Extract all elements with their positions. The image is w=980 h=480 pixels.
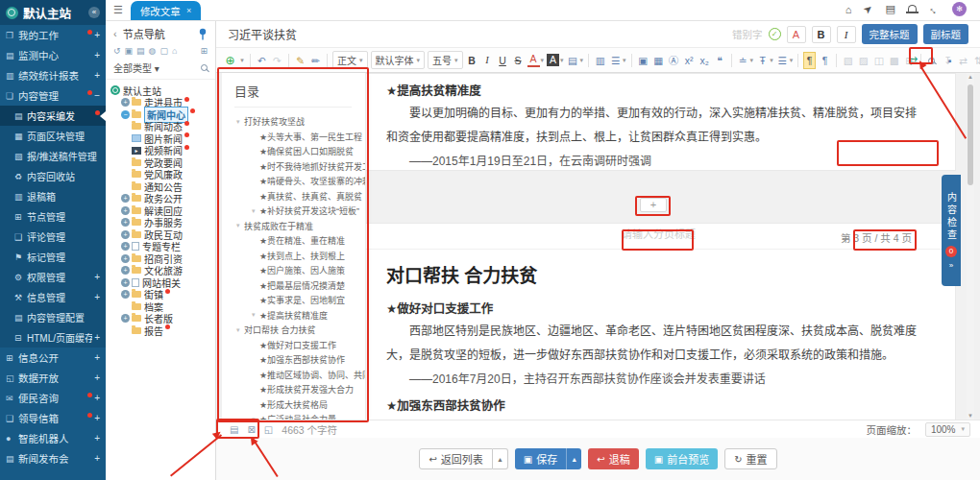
sidebar-item-信息管理[interactable]: ⚒信息管理+ xyxy=(0,287,106,307)
toolbar-icon-12[interactable]: B xyxy=(466,53,478,68)
send-icon[interactable]: ➤ xyxy=(861,2,875,17)
tree-tool-icon-1[interactable]: ▣ xyxy=(125,46,134,56)
vertical-scrollbar[interactable]: ▲ ▼ xyxy=(967,73,974,420)
expand-icon[interactable]: + xyxy=(121,98,130,107)
search-icon[interactable] xyxy=(928,58,935,64)
sidebar-item-节点管理[interactable]: ⊞节点管理 xyxy=(0,206,106,227)
sidebar-item-权限管理[interactable]: ⚙权限管理+ xyxy=(0,267,106,287)
reject-button[interactable]: ↩退稿 xyxy=(588,448,638,469)
sidebar-item-内容采编发[interactable]: ▤内容采编发 xyxy=(0,106,106,126)
toc-item[interactable]: ★贵在精准、重在精准 xyxy=(234,233,365,249)
page-zoom-select[interactable]: 100% xyxy=(925,422,970,437)
expand-icon[interactable]: + xyxy=(121,278,130,287)
toc-item[interactable]: ★推动区域协调、协同、共同发展 xyxy=(234,368,365,383)
scrollbar-thumb[interactable] xyxy=(968,84,973,185)
toolbar-icon-20[interactable]: ▥ xyxy=(594,53,606,68)
highlighted-import-icon[interactable]: ⇄ xyxy=(907,53,919,68)
tab-close-icon[interactable]: × xyxy=(186,6,191,15)
tree-tool-icon-5[interactable]: ⌂ xyxy=(172,46,177,56)
toolbar-icon-38[interactable]: ▨ xyxy=(857,53,870,68)
expand-icon[interactable]: + xyxy=(121,194,130,203)
toolbar-icon-0[interactable]: ⊕ xyxy=(224,53,236,68)
sidebar-item-退稿箱[interactable]: ▥退稿箱 xyxy=(0,186,106,206)
reset-button[interactable]: ↻重置 xyxy=(724,448,776,469)
toc-item[interactable]: ★把最基层情况摸清楚 xyxy=(234,278,365,294)
toc-item[interactable]: ▾★提高扶贫精准度 xyxy=(234,308,365,324)
title-italic-button[interactable]: I xyxy=(837,26,856,43)
toc-item[interactable]: ▾对口帮扶 合力扶贫 xyxy=(234,323,365,338)
article-title-input[interactable] xyxy=(228,28,726,41)
back-chevron-icon[interactable]: ‹ xyxy=(113,28,117,39)
sidebar-item-内容回收站[interactable]: ♻内容回收站 xyxy=(0,166,106,186)
expand-icon[interactable]: + xyxy=(121,314,130,323)
toc-toggle-icon[interactable]: ▤ xyxy=(230,424,238,435)
sidebar-item-报/推送稿件管理[interactable]: ▧报/推送稿件管理 xyxy=(0,146,106,166)
save-dropdown-caret[interactable]: ▲ xyxy=(566,448,581,469)
type-filter-dropdown[interactable]: 全部类型 ▾ xyxy=(113,60,201,75)
toolbar-dropdown-icon[interactable]: ▤ xyxy=(567,53,584,68)
toc-item[interactable]: ★因户施策、因人施策 xyxy=(234,263,365,278)
toolbar-icon-1[interactable]: ▾ xyxy=(239,53,245,68)
toolbar-icon-27[interactable]: x₂ xyxy=(698,53,711,68)
add-section-button[interactable]: + xyxy=(640,198,667,212)
spellcheck-ok-icon[interactable]: ✓ xyxy=(769,28,781,40)
toolbar-dropdown-icon[interactable]: A xyxy=(527,53,545,67)
toc-item[interactable]: ★真扶贫、扶真贫、真脱贫 xyxy=(234,189,365,204)
toolbar-icon-25[interactable]: Ⓐ xyxy=(668,53,680,68)
title-bold-button[interactable]: B xyxy=(812,26,831,43)
sidebar-item-数据开放[interactable]: ◱数据开放+ xyxy=(0,368,106,388)
preview-button[interactable]: ▣前台预览 xyxy=(646,448,718,469)
sidebar-item-内容管理[interactable]: ❏内容管理− xyxy=(0,85,106,106)
toolbar-dropdown-icon[interactable]: ☰ xyxy=(776,53,794,68)
expand-panel-icon[interactable]: ⊞ xyxy=(200,46,208,56)
back-dropdown-caret[interactable]: ▲ xyxy=(493,448,508,469)
toolbar-dropdown-icon[interactable]: ≐ xyxy=(737,53,754,68)
expand-icon[interactable]: + xyxy=(121,254,130,263)
toolbar-dropdown-icon[interactable]: ☰ xyxy=(609,53,626,68)
full-title-button[interactable]: 完整标题 xyxy=(862,24,918,44)
notification-bell-icon[interactable] xyxy=(908,5,917,12)
sidebar-item-领导信箱[interactable]: ❑领导信箱+ xyxy=(0,408,106,428)
toolbar-icon-39[interactable]: ◫ xyxy=(872,53,885,68)
toolbar-icon-4[interactable]: ↷ xyxy=(271,53,283,68)
sidebar-item-评论管理[interactable]: ❑评论管理 xyxy=(0,227,106,247)
page-title-input[interactable] xyxy=(622,228,727,240)
toc-item[interactable]: ★做好对口支援工作 xyxy=(234,338,365,353)
title-color-button[interactable]: A xyxy=(787,26,806,43)
toc-item[interactable]: ★扶到点上、扶到根上 xyxy=(234,249,365,264)
toolbar-icon-35[interactable]: ¶ xyxy=(819,53,831,68)
sidebar-item-我的工作[interactable]: ❐我的工作+ xyxy=(0,25,106,45)
sidebar-item-HTML/页面缓存生成[interactable]: ⊟HTML/页面缓存生成+ xyxy=(0,327,106,348)
tree-tool-icon-0[interactable]: ↺ xyxy=(113,46,121,56)
expand-icon[interactable]: + xyxy=(121,206,130,215)
expand-icon[interactable]: + xyxy=(121,230,130,239)
toc-item[interactable]: ★实事求是、因地制宜 xyxy=(234,293,365,308)
collapse-icon[interactable]: − xyxy=(121,110,130,119)
scroll-down-icon[interactable]: ▼ xyxy=(967,413,974,419)
tree-node-报告[interactable]: 报告 xyxy=(106,324,215,337)
content-check-tab[interactable]: 内容检查 0 » xyxy=(942,175,961,286)
toolbar-icon-45[interactable]: ⇄ xyxy=(957,53,969,68)
tree-tool-icon-4[interactable]: ▢ xyxy=(159,46,168,56)
toolbar-dropdown-正文[interactable]: 正文 xyxy=(332,51,368,69)
toc-item[interactable]: ★形成扶贫开发强大合力 xyxy=(234,382,365,397)
toolbar-icon-24[interactable]: ▦ xyxy=(652,53,665,68)
toc-item[interactable]: ★啃硬骨头、攻坚拔寨的冲刺期 xyxy=(234,174,365,189)
expand-icon[interactable]: + xyxy=(121,242,130,251)
toolbar-icon-26[interactable]: x² xyxy=(683,53,696,68)
home-icon[interactable]: ⌂ xyxy=(845,4,852,15)
subtitle-button[interactable]: 副标题 xyxy=(923,24,969,44)
toolbar-icon-3[interactable]: ↶ xyxy=(256,53,268,68)
toolbar-icon-28[interactable]: ❝ xyxy=(714,53,726,68)
toc-item[interactable]: ★头等大事、第一民生工程 xyxy=(234,130,365,145)
toolbar-icon-14[interactable]: U xyxy=(497,53,509,68)
expand-icon[interactable]: + xyxy=(121,266,130,275)
toolbar-icon-46[interactable]: ⇅ xyxy=(972,53,980,68)
sidebar-item-智能机器人[interactable]: ●智能机器人+ xyxy=(0,428,106,448)
pin-icon[interactable] xyxy=(198,28,208,40)
sidebar-item-内容管理配置[interactable]: ▤内容管理配置 xyxy=(0,307,106,327)
sidebar-item-绩效统计报表[interactable]: ▥绩效统计报表+ xyxy=(0,65,106,85)
search-icon[interactable] xyxy=(201,64,208,71)
toolbar-icon-34[interactable]: ¶ xyxy=(803,52,816,69)
toolbar-icon-40[interactable]: ▩ xyxy=(888,53,900,68)
